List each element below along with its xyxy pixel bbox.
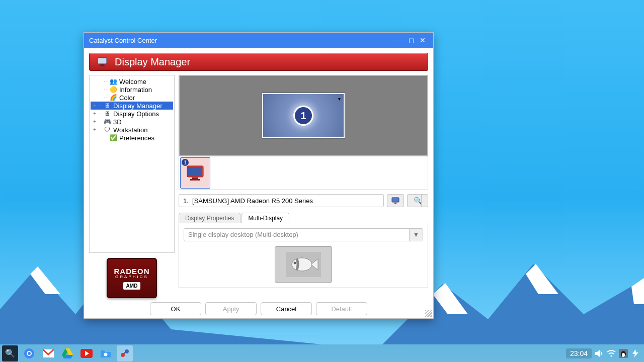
left-column: ⋯👥Welcome⋯🟡Information⋯🌈Color+⋯🖥Display …	[89, 75, 175, 298]
nav-item-welcome[interactable]: ⋯👥Welcome	[91, 77, 173, 85]
section-banner: Display Manager	[89, 53, 428, 71]
monitor-thumb-icon	[185, 164, 205, 182]
taskbar-catalyst[interactable]	[117, 345, 133, 361]
taskbar-search-button[interactable]: 🔍	[2, 345, 18, 361]
svg-point-19	[294, 261, 296, 264]
cancel-button[interactable]: Cancel	[261, 302, 312, 315]
nav-item-label: Information	[119, 86, 152, 94]
nav-item-label: Display Manager	[113, 102, 163, 110]
section-title: Display Manager	[115, 56, 190, 68]
display-arrangement-area[interactable]: 1 ▾	[179, 75, 428, 156]
volume-icon[interactable]	[595, 349, 604, 358]
resize-grip[interactable]	[425, 310, 432, 317]
monitor-1[interactable]: 1 ▾	[262, 93, 345, 138]
ok-button[interactable]: OK	[150, 302, 201, 315]
svg-marker-37	[632, 349, 638, 357]
system-tray: 23:04	[566, 348, 640, 358]
monitor-number: 1	[295, 107, 312, 124]
multi-display-mode-select[interactable]: Single display desktop (Multi-desktop) ▼	[184, 228, 423, 241]
combo-value: Single display desktop (Multi-desktop)	[184, 231, 409, 238]
window-title: Catalyst Control Center	[89, 37, 395, 44]
close-button[interactable]: ✕	[417, 36, 428, 44]
nav-item-display-manager[interactable]: +⋯🖥Display Manager	[91, 102, 173, 110]
desktop: Catalyst Control Center — ◻ ✕ Display Ma…	[0, 0, 644, 362]
nav-item-icon: 🌈	[109, 94, 117, 101]
thumb-badge: 1	[182, 159, 189, 166]
svg-rect-14	[392, 198, 399, 202]
content-pane: 1 ▾ 1	[179, 75, 428, 298]
taskbar-drive[interactable]	[59, 345, 75, 361]
fish-preview-icon	[286, 252, 321, 277]
tray-action-icon[interactable]	[631, 349, 640, 358]
search-icon: 🔍	[5, 348, 15, 358]
nav-item-icon: ✅	[109, 134, 117, 141]
wifi-icon[interactable]	[607, 349, 616, 358]
nav-item-icon: 👥	[109, 78, 117, 85]
svg-point-17	[292, 258, 312, 271]
taskbar-files[interactable]	[98, 345, 114, 361]
svg-point-22	[28, 352, 31, 355]
svg-rect-9	[100, 65, 105, 66]
nav-item-color[interactable]: ⋯🌈Color	[91, 94, 173, 102]
taskbar-gmail[interactable]	[40, 345, 56, 361]
svg-point-29	[104, 352, 108, 356]
selected-display-field[interactable]	[179, 194, 384, 207]
gmail-icon	[43, 349, 54, 357]
magnifier-icon: 🔍	[414, 197, 422, 205]
window-body: Display Manager ⋯👥Welcome⋯🟡Information⋯🌈…	[84, 48, 433, 318]
tray-penguin-icon[interactable]	[619, 349, 628, 358]
svg-point-36	[622, 353, 625, 357]
nav-item-icon: 🛡	[103, 126, 111, 133]
tab-panel-multi-display: Single display desktop (Multi-desktop) ▼	[179, 223, 428, 288]
amd-radeon-logo: RADEON GRAPHICS AMD	[107, 258, 157, 298]
display-thumbnails: 1	[179, 156, 428, 190]
svg-rect-11	[188, 167, 202, 176]
nav-tree: ⋯👥Welcome⋯🟡Information⋯🌈Color+⋯🖥Display …	[89, 75, 175, 253]
nav-item-label: Preferences	[119, 134, 154, 142]
nav-item-label: Welcome	[119, 78, 146, 85]
minimize-button[interactable]: —	[395, 36, 406, 44]
maximize-button[interactable]: ◻	[406, 36, 417, 44]
identify-display-button[interactable]	[387, 194, 404, 207]
monitor-menu-arrow-icon[interactable]: ▾	[338, 96, 341, 102]
taskbar-chrome[interactable]	[21, 345, 37, 361]
nav-item-label: 3D	[113, 118, 122, 126]
svg-point-34	[611, 355, 612, 356]
nav-item-3d[interactable]: +⋯🎮3D	[91, 118, 173, 126]
dialog-buttons: OK Apply Cancel Default	[89, 302, 428, 315]
display-manager-icon	[97, 56, 108, 67]
display-thumb-1[interactable]: 1	[180, 157, 210, 189]
monitor-icon	[391, 197, 399, 204]
nav-item-label: Display Options	[113, 110, 159, 118]
nav-item-icon: 🎮	[103, 118, 111, 125]
nav-item-workstation[interactable]: +⋯🛡Workstation	[91, 126, 173, 134]
chrome-icon	[24, 348, 35, 359]
tab-multi-display[interactable]: Multi-Display	[242, 213, 289, 223]
nav-item-label: Color	[119, 94, 135, 102]
detect-displays-button[interactable]: 🔍	[407, 194, 428, 207]
tab-display-properties[interactable]: Display Properties	[179, 213, 240, 223]
catalyst-window: Catalyst Control Center — ◻ ✕ Display Ma…	[84, 32, 434, 319]
tab-strip: Display Properties Multi-Display	[179, 212, 428, 223]
nav-item-display-options[interactable]: +⋯🖥Display Options	[91, 110, 173, 118]
nav-item-icon: 🟡	[109, 86, 117, 93]
svg-rect-12	[192, 177, 198, 179]
titlebar[interactable]: Catalyst Control Center — ◻ ✕	[84, 33, 433, 48]
default-button[interactable]: Default	[316, 302, 367, 315]
folder-icon	[100, 349, 111, 358]
drive-icon	[62, 348, 73, 358]
catalyst-icon	[119, 348, 130, 359]
nav-item-preferences[interactable]: ⋯✅Preferences	[91, 134, 173, 142]
multi-display-preview	[275, 246, 332, 283]
nav-item-information[interactable]: ⋯🟡Information	[91, 85, 173, 94]
svg-rect-8	[101, 64, 104, 65]
nav-item-label: Workstation	[113, 126, 147, 134]
svg-rect-7	[98, 58, 107, 64]
taskbar-clock[interactable]: 23:04	[566, 348, 592, 358]
taskbar-youtube[interactable]	[78, 345, 95, 361]
youtube-icon	[80, 349, 93, 358]
svg-rect-15	[394, 203, 396, 204]
apply-button[interactable]: Apply	[205, 302, 257, 315]
chevron-down-icon[interactable]: ▼	[409, 229, 423, 241]
svg-rect-13	[190, 179, 200, 180]
